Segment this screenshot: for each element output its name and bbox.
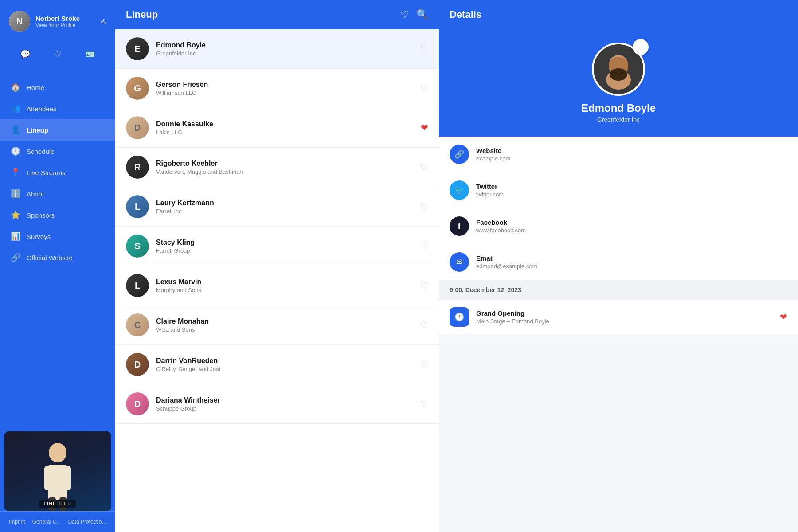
item-name: Dariana Wintheiser — [156, 396, 413, 404]
social-label: Email — [476, 254, 787, 262]
details-person-company: Greenfelder Inc — [597, 116, 640, 123]
item-name: Claire Monahan — [156, 317, 413, 325]
sidebar-item-official-website[interactable]: 🔗 Official Website — [0, 247, 115, 268]
item-info: Stacy Kling Farrell Group — [156, 239, 413, 254]
item-company: Williamson LLC — [156, 90, 413, 96]
attendees-icon: 👥 — [11, 104, 20, 113]
item-info: Claire Monahan Wiza and Sons — [156, 317, 413, 333]
social-twitter[interactable]: 🐦 Twitter twitter.com — [439, 172, 798, 208]
details-title: Details — [450, 9, 481, 20]
favorite-button[interactable]: ❤ — [421, 122, 428, 133]
favorite-button[interactable]: ♡ — [420, 359, 428, 370]
data-protection-link[interactable]: Data Protectio... — [68, 519, 106, 525]
main-nav: 🏠 Home 👥 Attendees 👤 Lineup 🕐 Schedule 📍… — [0, 72, 115, 431]
lineup-panel: Lineup ♡ 🔍 E Edmond Boyle Greenfelder In… — [115, 0, 439, 532]
sidebar-item-lineup[interactable]: 👤 Lineup — [0, 119, 115, 141]
details-person-name: Edmond Boyle — [581, 102, 656, 114]
profile-section: N Norbert Sroke View Your Profile ⎋ — [0, 0, 115, 41]
lineup-item[interactable]: R Rigoberto Keebler Vandervort, Maggio a… — [115, 148, 439, 187]
lineup-item[interactable]: G Gerson Friesen Williamson LLC ♡ — [115, 69, 439, 108]
item-company: Murphy and Sons — [156, 287, 413, 293]
sponsors-icon: ⭐ — [11, 210, 20, 220]
facebook-icon: f — [450, 216, 469, 236]
favorite-button[interactable]: ♡ — [420, 320, 428, 330]
favorite-button[interactable]: ♡ — [420, 83, 428, 94]
item-name: Darrin VonRueden — [156, 357, 413, 365]
item-info: Laury Kertzmann Farrell Inc — [156, 199, 413, 215]
lineup-item[interactable]: L Lexus Marvin Murphy and Sons ♡ — [115, 266, 439, 305]
item-name: Laury Kertzmann — [156, 199, 413, 207]
lineup-item[interactable]: D Donnie Kassulke Lakin LLC ❤ — [115, 108, 439, 148]
sidebar-item-home[interactable]: 🏠 Home — [0, 77, 115, 98]
search-button[interactable]: 🔍 — [416, 9, 428, 20]
session-sub: Main Stage – Edmond Boyle — [476, 318, 773, 325]
lineup-icon: 👤 — [11, 125, 20, 135]
profile-info: Norbert Sroke View Your Profile — [35, 15, 96, 28]
svg-point-0 — [49, 443, 66, 462]
imprint-link[interactable]: Imprint — [9, 519, 25, 525]
social-email[interactable]: ✉ Email edmond@example.com — [439, 244, 798, 280]
twitter-icon: 🐦 — [450, 180, 469, 200]
item-company: Farrell Inc — [156, 208, 413, 215]
item-company: O'Reilly, Senger and Jast — [156, 366, 413, 372]
favorite-button[interactable]: ♡ — [420, 201, 428, 212]
sidebar-item-about[interactable]: ℹ️ About — [0, 183, 115, 204]
video-label: LINEUPFR — [39, 500, 76, 508]
favorite-button[interactable]: ♡ — [420, 162, 428, 172]
sidebar-item-label: Sponsors — [27, 211, 55, 219]
session-item[interactable]: 🕐 Grand Opening Main Stage – Edmond Boyl… — [439, 300, 798, 334]
sidebar-item-schedule[interactable]: 🕐 Schedule — [0, 141, 115, 162]
about-icon: ℹ️ — [11, 189, 20, 199]
session-info: Grand Opening Main Stage – Edmond Boyle — [476, 309, 773, 325]
item-name: Stacy Kling — [156, 239, 413, 246]
social-facebook[interactable]: f Facebook www.facebook.com — [439, 208, 798, 244]
favorite-button[interactable]: ♡ — [420, 43, 428, 54]
general-c-link[interactable]: General C... — [32, 519, 61, 525]
official-website-icon: 🔗 — [11, 253, 20, 262]
profile-sub[interactable]: View Your Profile — [35, 22, 96, 28]
item-company: Wiza and Sons — [156, 326, 413, 333]
sidebar-item-label: Home — [27, 84, 44, 91]
lineup-list: E Edmond Boyle Greenfelder Inc ♡ G Gerso… — [115, 29, 439, 532]
avatar: E — [126, 37, 149, 60]
session-favorite-button[interactable]: ❤ — [780, 312, 787, 322]
favorite-filter-button[interactable]: ♡ — [400, 9, 409, 20]
social-info: Facebook www.facebook.com — [476, 219, 787, 234]
social-label: Website — [476, 147, 787, 154]
sidebar-footer: Imprint General C... Data Protectio... — [0, 511, 115, 532]
sidebar-item-surveys[interactable]: 📊 Surveys — [0, 226, 115, 247]
email-icon: ✉ — [450, 252, 469, 272]
avatar: D — [126, 392, 149, 415]
social-value: twitter.com — [476, 191, 787, 198]
sidebar-item-attendees[interactable]: 👥 Attendees — [0, 98, 115, 119]
lineup-title: Lineup — [126, 9, 158, 20]
item-company: Farrell Group — [156, 247, 413, 254]
sidebar-item-sponsors[interactable]: ⭐ Sponsors — [0, 204, 115, 226]
lineup-header: Lineup ♡ 🔍 — [115, 0, 439, 29]
social-label: Twitter — [476, 183, 787, 190]
social-website[interactable]: 🔗 Website example.com — [439, 137, 798, 172]
favorite-button[interactable]: ♡ — [420, 241, 428, 251]
item-company: Vandervort, Maggio and Bashirian — [156, 168, 413, 175]
favorite-button[interactable]: ♡ — [420, 280, 428, 291]
sidebar-item-label: Lineup — [27, 126, 48, 134]
chat-icon[interactable]: 💬 — [16, 45, 34, 63]
lineup-item[interactable]: L Laury Kertzmann Farrell Inc ♡ — [115, 187, 439, 227]
sidebar-item-label: About — [27, 190, 44, 198]
item-info: Edmond Boyle Greenfelder Inc — [156, 41, 413, 57]
video-preview[interactable]: LINEUPFR — [4, 431, 111, 511]
lineup-item[interactable]: C Claire Monahan Wiza and Sons ♡ — [115, 305, 439, 345]
badge-icon[interactable]: 🪪 — [81, 45, 99, 63]
logout-button[interactable]: ⎋ — [101, 16, 106, 27]
lineup-item[interactable]: E Edmond Boyle Greenfelder Inc ♡ — [115, 29, 439, 69]
lineup-item[interactable]: S Stacy Kling Farrell Group ♡ — [115, 227, 439, 266]
sidebar-item-live-streams[interactable]: 📍 Live Streams — [0, 162, 115, 183]
social-list: 🔗 Website example.com 🐦 Twitter twitter.… — [439, 137, 798, 280]
favorite-button[interactable]: ♡ — [420, 399, 428, 409]
details-favorite-button[interactable]: ♡ — [633, 39, 649, 55]
details-panel: Details ♡ — [439, 0, 798, 532]
lineup-item[interactable]: D Dariana Wintheiser Schuppe Group ♡ — [115, 384, 439, 424]
lineup-item[interactable]: D Darrin VonRueden O'Reilly, Senger and … — [115, 345, 439, 384]
heart-icon[interactable]: ♡ — [49, 45, 66, 63]
item-name: Lexus Marvin — [156, 278, 413, 286]
